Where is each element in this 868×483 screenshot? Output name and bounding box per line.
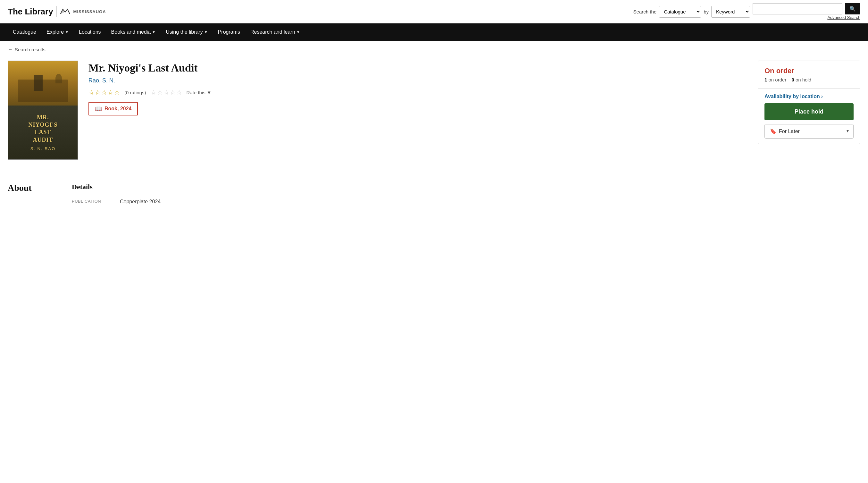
nav-books-media[interactable]: Books and media ▼ <box>106 23 161 41</box>
user-rating-stars[interactable]: ☆ ☆ ☆ ☆ ☆ <box>89 89 120 96</box>
order-status-section: On order 1 on order 0 on hold <box>758 61 860 89</box>
search-icon: 🔍 <box>849 6 856 11</box>
cover-author: S. N. RAO <box>30 146 56 151</box>
star-5[interactable]: ☆ <box>114 89 120 96</box>
book-details: Mr. Niyogi's Last Audit Rao, S. N. ☆ ☆ ☆… <box>89 61 747 116</box>
book-author-link[interactable]: Rao, S. N. <box>89 77 747 84</box>
star-4[interactable]: ☆ <box>108 89 114 96</box>
rate-star-3[interactable]: ☆ <box>163 89 169 96</box>
search-right: 🔍 Advanced Search <box>753 3 860 20</box>
availability-by-location-link[interactable]: Availability by location › <box>765 94 854 99</box>
site-logo[interactable]: The Library MISSISSAUGA <box>8 6 106 17</box>
publication-row: PUBLICATION Copperplate 2024 <box>72 196 860 207</box>
details-column: Details PUBLICATION Copperplate 2024 <box>72 183 860 207</box>
book-cover-bottom: MR. NIYOGI'S LAST AUDIT S. N. RAO <box>8 105 78 159</box>
publication-value: Copperplate 2024 <box>120 199 161 205</box>
rate-star-5[interactable]: ☆ <box>176 89 182 96</box>
book-cover: MR. NIYOGI'S LAST AUDIT S. N. RAO <box>8 61 78 160</box>
on-order-label: On order <box>765 67 854 75</box>
for-later-dropdown-chevron-icon: ▾ <box>846 128 849 133</box>
rate-star-4[interactable]: ☆ <box>170 89 176 96</box>
using-library-chevron-icon: ▼ <box>204 30 208 34</box>
bookmark-icon: 🔖 <box>770 128 776 134</box>
back-arrow-icon: ← <box>8 47 13 52</box>
rating-row: ☆ ☆ ☆ ☆ ☆ (0 ratings) ☆ ☆ ☆ ☆ ☆ Rate thi… <box>89 89 747 96</box>
search-button[interactable]: 🔍 <box>845 3 860 14</box>
search-input[interactable] <box>753 3 842 14</box>
nav-catalogue[interactable]: Catalogue <box>8 23 41 41</box>
explore-chevron-icon: ▼ <box>65 30 69 34</box>
research-learn-chevron-icon: ▼ <box>297 30 300 34</box>
action-section: Availability by location › Place hold 🔖 … <box>758 89 860 144</box>
logo-text: The Library <box>8 7 53 16</box>
on-hold-count: 0 on hold <box>792 77 811 83</box>
for-later-dropdown-button[interactable]: ▾ <box>842 124 853 138</box>
rate-this-button[interactable]: Rate this ▼ <box>187 90 212 95</box>
breadcrumb[interactable]: ← Search results <box>0 41 868 56</box>
book-format-icon: 📖 <box>95 105 102 112</box>
mississauga-icon <box>60 8 71 15</box>
book-cover-inner: MR. NIYOGI'S LAST AUDIT S. N. RAO <box>8 61 78 159</box>
books-media-chevron-icon: ▼ <box>152 30 155 34</box>
nav-using-library[interactable]: Using the library ▼ <box>161 23 213 41</box>
publication-label: PUBLICATION <box>72 199 110 205</box>
book-format-badge[interactable]: 📖 Book, 2024 <box>89 102 138 116</box>
catalogue-select[interactable]: Catalogue <box>659 6 701 18</box>
book-title: Mr. Niyogi's Last Audit <box>89 62 747 74</box>
details-heading: Details <box>72 183 860 191</box>
rate-this-stars[interactable]: ☆ ☆ ☆ ☆ ☆ <box>151 89 182 96</box>
availability-chevron-icon: › <box>821 94 823 99</box>
on-order-count: 1 on order <box>765 77 786 83</box>
mississauga-logo: MISSISSAUGA <box>60 8 106 15</box>
nav-explore[interactable]: Explore ▼ <box>41 23 74 41</box>
nav-research-learn[interactable]: Research and learn ▼ <box>245 23 305 41</box>
main-nav: Catalogue Explore ▼ Locations Books and … <box>0 23 868 41</box>
star-3[interactable]: ☆ <box>101 89 107 96</box>
advanced-search-link[interactable]: Advanced Search <box>827 15 860 20</box>
about-section: About Details PUBLICATION Copperplate 20… <box>0 173 868 217</box>
star-2[interactable]: ☆ <box>95 89 101 96</box>
rate-star-2[interactable]: ☆ <box>157 89 163 96</box>
for-later-button[interactable]: 🔖 For Later <box>765 124 842 138</box>
rating-count: (0 ratings) <box>124 90 146 95</box>
star-1[interactable]: ☆ <box>89 89 94 96</box>
book-format-label: Book, 2024 <box>104 106 131 112</box>
rate-this-chevron-icon: ▼ <box>207 90 212 95</box>
about-heading: About <box>8 183 53 207</box>
place-hold-button[interactable]: Place hold <box>765 103 854 120</box>
nav-programs[interactable]: Programs <box>213 23 245 41</box>
cover-title-line1: MR. NIYOGI'S LAST AUDIT <box>28 114 57 144</box>
nav-locations[interactable]: Locations <box>74 23 106 41</box>
book-cover-top <box>8 61 78 105</box>
availability-panel: On order 1 on order 0 on hold Availabili… <box>758 61 860 144</box>
logo-divider <box>56 6 57 17</box>
for-later-row: 🔖 For Later ▾ <box>765 124 854 139</box>
search-area: Search the Catalogue by Keyword 🔍 Advanc… <box>633 3 860 20</box>
keyword-select[interactable]: Keyword <box>711 6 750 18</box>
rate-star-1[interactable]: ☆ <box>151 89 156 96</box>
breadcrumb-label: Search results <box>15 47 45 52</box>
mississauga-label: MISSISSAUGA <box>73 9 106 14</box>
search-the-label: Search the <box>633 9 657 14</box>
main-content: MR. NIYOGI'S LAST AUDIT S. N. RAO Mr. Ni… <box>0 56 868 173</box>
order-stats: 1 on order 0 on hold <box>765 77 854 83</box>
by-label: by <box>704 9 709 14</box>
